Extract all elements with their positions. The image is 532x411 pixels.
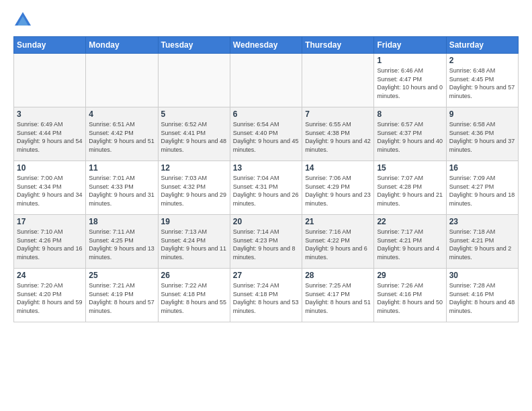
weekday-saturday: Saturday	[446, 37, 518, 54]
day-number: 23	[449, 217, 515, 226]
day-number: 17	[17, 217, 83, 226]
day-number: 30	[449, 271, 515, 280]
day-number: 7	[305, 109, 371, 119]
calendar-cell: 18Sunrise: 7:11 AM Sunset: 4:25 PM Dayli…	[86, 215, 158, 269]
day-number: 6	[233, 109, 299, 119]
calendar-cell: 5Sunrise: 6:52 AM Sunset: 4:41 PM Daylig…	[158, 107, 230, 161]
weekday-monday: Monday	[86, 37, 158, 54]
day-number: 12	[161, 163, 227, 173]
calendar-cell: 3Sunrise: 6:49 AM Sunset: 4:44 PM Daylig…	[14, 107, 86, 161]
calendar-cell: 19Sunrise: 7:13 AM Sunset: 4:24 PM Dayli…	[158, 215, 230, 269]
week-row-0: 1Sunrise: 6:46 AM Sunset: 4:47 PM Daylig…	[14, 54, 519, 107]
day-number: 14	[305, 163, 371, 173]
day-info: Sunrise: 7:21 AM Sunset: 4:19 PM Dayligh…	[89, 281, 154, 315]
day-number: 16	[449, 163, 515, 173]
logo-icon	[13, 11, 32, 30]
calendar-cell: 12Sunrise: 7:03 AM Sunset: 4:32 PM Dayli…	[158, 161, 230, 215]
day-number: 9	[449, 109, 515, 119]
day-number: 24	[17, 271, 83, 280]
day-number: 21	[305, 217, 371, 226]
day-number: 4	[89, 109, 154, 119]
weekday-tuesday: Tuesday	[158, 37, 230, 54]
day-number: 5	[161, 109, 227, 119]
day-info: Sunrise: 7:03 AM Sunset: 4:32 PM Dayligh…	[161, 174, 227, 208]
day-info: Sunrise: 6:46 AM Sunset: 4:47 PM Dayligh…	[377, 66, 443, 100]
header	[13, 11, 519, 30]
calendar-cell: 26Sunrise: 7:22 AM Sunset: 4:18 PM Dayli…	[158, 269, 230, 322]
day-number: 1	[377, 56, 443, 65]
day-number: 8	[377, 109, 443, 119]
calendar-table: SundayMondayTuesdayWednesdayThursdayFrid…	[13, 36, 519, 322]
calendar-cell	[86, 54, 158, 107]
day-number: 18	[89, 217, 154, 226]
calendar-cell: 10Sunrise: 7:00 AM Sunset: 4:34 PM Dayli…	[14, 161, 86, 215]
weekday-wednesday: Wednesday	[230, 37, 302, 54]
day-info: Sunrise: 7:28 AM Sunset: 4:16 PM Dayligh…	[449, 281, 515, 315]
weekday-sunday: Sunday	[14, 37, 86, 54]
calendar-cell: 4Sunrise: 6:51 AM Sunset: 4:42 PM Daylig…	[86, 107, 158, 161]
day-number: 15	[377, 163, 443, 173]
day-info: Sunrise: 7:18 AM Sunset: 4:21 PM Dayligh…	[449, 228, 515, 261]
calendar-cell: 24Sunrise: 7:20 AM Sunset: 4:20 PM Dayli…	[14, 269, 86, 322]
day-number: 13	[233, 163, 299, 173]
day-info: Sunrise: 6:48 AM Sunset: 4:45 PM Dayligh…	[449, 66, 515, 100]
day-info: Sunrise: 7:26 AM Sunset: 4:16 PM Dayligh…	[377, 281, 443, 315]
day-info: Sunrise: 7:22 AM Sunset: 4:18 PM Dayligh…	[161, 281, 227, 315]
day-info: Sunrise: 6:52 AM Sunset: 4:41 PM Dayligh…	[161, 120, 227, 154]
day-info: Sunrise: 6:55 AM Sunset: 4:38 PM Dayligh…	[305, 120, 371, 154]
weekday-header-row: SundayMondayTuesdayWednesdayThursdayFrid…	[14, 37, 519, 54]
logo	[13, 11, 35, 30]
day-info: Sunrise: 6:57 AM Sunset: 4:37 PM Dayligh…	[377, 120, 443, 154]
calendar-cell	[302, 54, 374, 107]
weekday-thursday: Thursday	[302, 37, 374, 54]
page: SundayMondayTuesdayWednesdayThursdayFrid…	[0, 0, 532, 411]
day-info: Sunrise: 6:51 AM Sunset: 4:42 PM Dayligh…	[89, 120, 154, 154]
day-number: 26	[161, 271, 227, 280]
calendar-cell: 11Sunrise: 7:01 AM Sunset: 4:33 PM Dayli…	[86, 161, 158, 215]
day-number: 20	[233, 217, 299, 226]
week-row-4: 24Sunrise: 7:20 AM Sunset: 4:20 PM Dayli…	[14, 269, 519, 322]
day-info: Sunrise: 7:07 AM Sunset: 4:28 PM Dayligh…	[377, 174, 443, 208]
calendar-cell: 7Sunrise: 6:55 AM Sunset: 4:38 PM Daylig…	[302, 107, 374, 161]
calendar-cell	[158, 54, 230, 107]
day-info: Sunrise: 6:49 AM Sunset: 4:44 PM Dayligh…	[17, 120, 83, 154]
day-info: Sunrise: 7:16 AM Sunset: 4:22 PM Dayligh…	[305, 228, 371, 261]
calendar-cell: 1Sunrise: 6:46 AM Sunset: 4:47 PM Daylig…	[374, 54, 446, 107]
calendar-cell: 21Sunrise: 7:16 AM Sunset: 4:22 PM Dayli…	[302, 215, 374, 269]
day-info: Sunrise: 7:17 AM Sunset: 4:21 PM Dayligh…	[377, 228, 443, 261]
calendar-cell: 6Sunrise: 6:54 AM Sunset: 4:40 PM Daylig…	[230, 107, 302, 161]
calendar-cell: 8Sunrise: 6:57 AM Sunset: 4:37 PM Daylig…	[374, 107, 446, 161]
calendar-cell: 17Sunrise: 7:10 AM Sunset: 4:26 PM Dayli…	[14, 215, 86, 269]
calendar-cell: 15Sunrise: 7:07 AM Sunset: 4:28 PM Dayli…	[374, 161, 446, 215]
day-info: Sunrise: 7:00 AM Sunset: 4:34 PM Dayligh…	[17, 174, 83, 208]
calendar-cell: 30Sunrise: 7:28 AM Sunset: 4:16 PM Dayli…	[446, 269, 518, 322]
day-number: 25	[89, 271, 154, 280]
weekday-friday: Friday	[374, 37, 446, 54]
day-number: 28	[305, 271, 371, 280]
day-info: Sunrise: 6:58 AM Sunset: 4:36 PM Dayligh…	[449, 120, 515, 154]
week-row-3: 17Sunrise: 7:10 AM Sunset: 4:26 PM Dayli…	[14, 215, 519, 269]
day-info: Sunrise: 7:25 AM Sunset: 4:17 PM Dayligh…	[305, 281, 371, 315]
day-info: Sunrise: 7:09 AM Sunset: 4:27 PM Dayligh…	[449, 174, 515, 208]
week-row-1: 3Sunrise: 6:49 AM Sunset: 4:44 PM Daylig…	[14, 107, 519, 161]
calendar-cell: 20Sunrise: 7:14 AM Sunset: 4:23 PM Dayli…	[230, 215, 302, 269]
calendar-cell: 28Sunrise: 7:25 AM Sunset: 4:17 PM Dayli…	[302, 269, 374, 322]
day-info: Sunrise: 7:24 AM Sunset: 4:18 PM Dayligh…	[233, 281, 299, 315]
calendar-cell: 14Sunrise: 7:06 AM Sunset: 4:29 PM Dayli…	[302, 161, 374, 215]
day-info: Sunrise: 7:10 AM Sunset: 4:26 PM Dayligh…	[17, 228, 83, 261]
day-number: 11	[89, 163, 154, 173]
day-info: Sunrise: 7:20 AM Sunset: 4:20 PM Dayligh…	[17, 281, 83, 315]
calendar-cell: 2Sunrise: 6:48 AM Sunset: 4:45 PM Daylig…	[446, 54, 518, 107]
day-number: 22	[377, 217, 443, 226]
calendar-cell: 9Sunrise: 6:58 AM Sunset: 4:36 PM Daylig…	[446, 107, 518, 161]
calendar-cell	[230, 54, 302, 107]
day-number: 29	[377, 271, 443, 280]
calendar-cell	[14, 54, 86, 107]
day-info: Sunrise: 7:14 AM Sunset: 4:23 PM Dayligh…	[233, 228, 299, 261]
day-number: 3	[17, 109, 83, 119]
day-number: 19	[161, 217, 227, 226]
day-number: 2	[449, 56, 515, 65]
week-row-2: 10Sunrise: 7:00 AM Sunset: 4:34 PM Dayli…	[14, 161, 519, 215]
day-info: Sunrise: 7:04 AM Sunset: 4:31 PM Dayligh…	[233, 174, 299, 208]
calendar-cell: 29Sunrise: 7:26 AM Sunset: 4:16 PM Dayli…	[374, 269, 446, 322]
